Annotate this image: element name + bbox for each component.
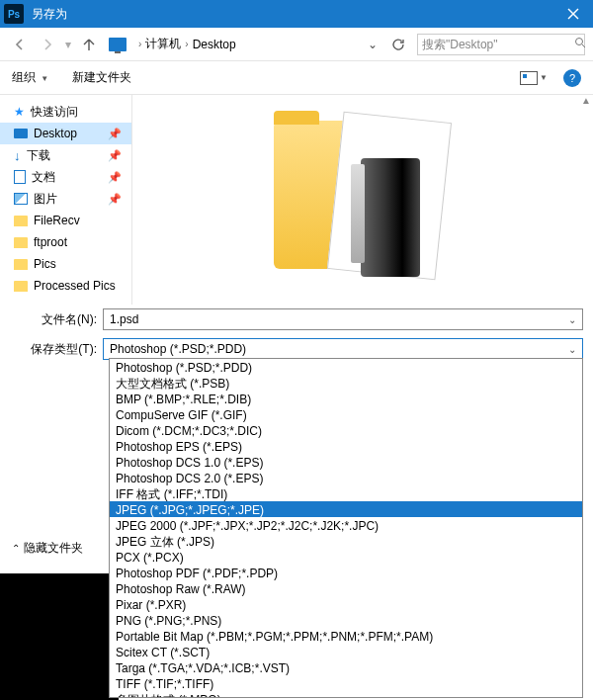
sidebar-item-label: 图片	[34, 191, 57, 208]
sidebar-item-6[interactable]: ftproot	[0, 231, 131, 253]
sidebar-item-7[interactable]: Pics	[0, 253, 131, 275]
search-input[interactable]	[422, 38, 570, 51]
filetype-label: 保存类型(T):	[10, 341, 97, 358]
filetype-option[interactable]: Photoshop EPS (*.EPS)	[110, 438, 582, 454]
new-folder-button[interactable]: 新建文件夹	[72, 69, 131, 86]
refresh-button[interactable]	[387, 38, 409, 51]
filetype-option[interactable]: Pixar (*.PXR)	[110, 596, 582, 612]
filetype-option[interactable]: Portable Bit Map (*.PBM;*.PGM;*.PPM;*.PN…	[110, 628, 582, 644]
search-box[interactable]	[417, 34, 585, 55]
sidebar-item-8[interactable]: Processed Pics	[0, 275, 131, 297]
nav-bar: ▾ › 计算机 › Desktop ⌄	[0, 28, 593, 61]
chevron-right-icon: ›	[138, 39, 141, 49]
filetype-option[interactable]: JPEG 立体 (*.JPS)	[110, 533, 582, 549]
filetype-option[interactable]: BMP (*.BMP;*.RLE;*.DIB)	[110, 391, 582, 406]
history-dropdown[interactable]: ▾	[65, 38, 71, 51]
pin-icon: 📌	[108, 193, 122, 206]
filetype-option[interactable]: JPEG (*.JPG;*.JPEG;*.JPE)	[110, 501, 582, 517]
sidebar-item-label: 下载	[27, 147, 50, 164]
download-icon: ↓	[14, 148, 21, 163]
sidebar-item-label: Pics	[34, 257, 56, 271]
organize-button[interactable]: 组织 ▼	[12, 69, 48, 86]
up-arrow-icon	[82, 38, 96, 51]
chevron-right-icon: ›	[185, 39, 188, 49]
filetype-option[interactable]: 多图片格式 (*.MPO)	[110, 691, 582, 698]
folder-icon	[14, 237, 28, 248]
crumb-computer[interactable]: 计算机	[145, 36, 181, 52]
sidebar-item-5[interactable]: FileRecv	[0, 210, 131, 231]
window-title: 另存为	[32, 6, 553, 23]
filetype-option[interactable]: Photoshop PDF (*.PDF;*.PDP)	[110, 565, 582, 580]
toolbar: 组织 ▼ 新建文件夹 ▼ ?	[0, 61, 593, 95]
pic-icon	[14, 193, 28, 205]
filetype-option[interactable]: Dicom (*.DCM;*.DC3;*.DIC)	[110, 422, 582, 438]
filetype-option[interactable]: PCX (*.PCX)	[110, 549, 582, 565]
svg-line-3	[582, 44, 585, 47]
hide-folders-label: 隐藏文件夹	[24, 540, 83, 557]
forward-button[interactable]	[36, 33, 59, 56]
file-area[interactable]: ▲	[132, 95, 593, 305]
view-mode-button[interactable]: ▼	[520, 71, 548, 85]
filetype-option[interactable]: Photoshop (*.PSD;*.PDD)	[110, 359, 582, 375]
search-icon	[574, 37, 586, 51]
filetype-dropdown[interactable]: Photoshop (*.PSD;*.PDD)大型文档格式 (*.PSB)BMP…	[109, 358, 583, 698]
back-button[interactable]	[8, 33, 32, 56]
filetype-field[interactable]: Photoshop (*.PSD;*.PDD) ⌄	[103, 338, 583, 360]
filetype-option[interactable]: Targa (*.TGA;*.VDA;*.ICB;*.VST)	[110, 659, 582, 675]
sidebar-item-1[interactable]: Desktop📌	[0, 123, 131, 144]
filetype-value: Photoshop (*.PSD;*.PDD)	[110, 342, 568, 356]
organize-label: 组织	[12, 70, 36, 84]
sidebar-item-3[interactable]: 文档📌	[0, 166, 131, 188]
pin-icon: 📌	[108, 149, 122, 162]
filetype-option[interactable]: IFF 格式 (*.IFF;*.TDI)	[110, 485, 582, 501]
sidebar-item-4[interactable]: 图片📌	[0, 188, 131, 210]
sidebar-item-0[interactable]: ★快速访问	[0, 101, 131, 123]
hide-folders-toggle[interactable]: ⌃ 隐藏文件夹	[12, 540, 83, 557]
filename-label: 文件名(N):	[10, 311, 97, 328]
close-button[interactable]	[553, 0, 593, 28]
sidebar-item-label: Processed Pics	[34, 279, 116, 293]
sidebar-item-label: 快速访问	[31, 104, 78, 121]
filetype-option[interactable]: Photoshop DCS 2.0 (*.EPS)	[110, 470, 582, 485]
filename-field[interactable]: 1.psd ⌄	[103, 308, 583, 330]
path-dropdown[interactable]: ⌄	[362, 38, 383, 51]
up-button[interactable]	[77, 33, 101, 56]
view-icon	[520, 71, 538, 85]
sidebar-item-label: Desktop	[34, 127, 77, 140]
folder-icon	[14, 216, 28, 226]
folder-icon	[14, 259, 28, 270]
filename-value: 1.psd	[110, 312, 568, 326]
caret-icon: ⌃	[12, 543, 20, 554]
sidebar-item-label: FileRecv	[34, 214, 80, 227]
chevron-down-icon: ▼	[41, 74, 48, 83]
app-icon: Ps	[4, 4, 24, 24]
folder-icon	[14, 281, 28, 292]
sidebar: ★快速访问Desktop📌↓下载📌文档📌图片📌FileRecvftprootPi…	[0, 95, 132, 305]
folder-thumbnail[interactable]	[274, 111, 452, 289]
sidebar-item-2[interactable]: ↓下载📌	[0, 144, 131, 166]
help-button[interactable]: ?	[563, 69, 581, 87]
chevron-down-icon[interactable]: ⌄	[568, 314, 576, 325]
filetype-option[interactable]: TIFF (*.TIF;*.TIFF)	[110, 675, 582, 691]
chevron-down-icon[interactable]: ⌄	[568, 344, 576, 355]
filetype-option[interactable]: CompuServe GIF (*.GIF)	[110, 406, 582, 422]
scroll-up-icon[interactable]: ▲	[581, 95, 591, 106]
crumb-desktop[interactable]: Desktop	[193, 38, 236, 51]
pin-icon: 📌	[108, 171, 122, 184]
background-strip	[0, 573, 119, 700]
svg-point-2	[576, 39, 583, 45]
titlebar: Ps 另存为	[0, 0, 593, 28]
filetype-option[interactable]: Photoshop Raw (*.RAW)	[110, 580, 582, 596]
filetype-option[interactable]: 大型文档格式 (*.PSB)	[110, 375, 582, 391]
filetype-option[interactable]: Scitex CT (*.SCT)	[110, 644, 582, 659]
filetype-option[interactable]: PNG (*.PNG;*.PNS)	[110, 612, 582, 628]
doc-icon	[14, 170, 26, 184]
chevron-down-icon: ▼	[540, 73, 548, 82]
sidebar-item-label: 文档	[32, 169, 55, 186]
filetype-option[interactable]: JPEG 2000 (*.JPF;*.JPX;*.JP2;*.J2C;*.J2K…	[110, 517, 582, 533]
computer-icon	[109, 38, 127, 51]
breadcrumb[interactable]: › 计算机 › Desktop	[134, 36, 236, 52]
close-icon	[567, 8, 579, 20]
back-arrow-icon	[12, 37, 28, 52]
filetype-option[interactable]: Photoshop DCS 1.0 (*.EPS)	[110, 454, 582, 470]
